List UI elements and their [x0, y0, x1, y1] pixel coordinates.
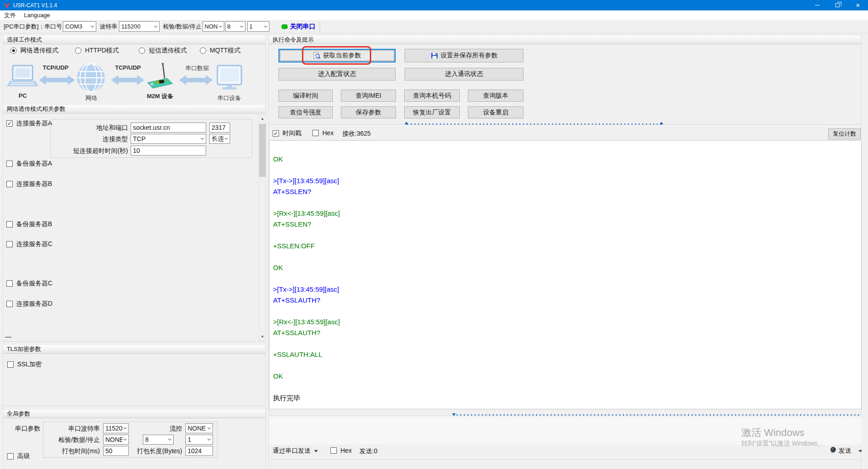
bottom-divider	[269, 460, 861, 460]
short-conn-timeout-label: 短连接超时时间(秒)	[39, 147, 128, 155]
checkbox-icon	[6, 280, 13, 287]
checkbox-icon	[6, 221, 13, 227]
databits-select[interactable]: 8	[225, 21, 245, 32]
flow-control-select[interactable]: NONE	[185, 423, 213, 433]
pc-serial-label: [PC串口参数]：串口号	[4, 23, 62, 31]
checkbox-icon	[7, 453, 14, 460]
checkbox-backup-server-c[interactable]: 备份服务器C	[6, 280, 52, 288]
query-version-button[interactable]: 查询版本	[468, 90, 524, 102]
restore-button[interactable]	[827, 0, 848, 10]
radio-mqtt-mode[interactable]: MQTT模式	[200, 47, 241, 55]
serial-databits-select[interactable]: 8	[143, 435, 174, 445]
pack-len-input[interactable]: 1024	[185, 446, 213, 456]
link-label: 串口数据	[175, 64, 220, 72]
checkbox-backup-server-a[interactable]: 备份服务器A	[6, 160, 52, 168]
radio-httpd-mode[interactable]: HTTPD模式	[75, 47, 119, 55]
checkbox-server-d[interactable]: 连接服务器D	[6, 300, 52, 308]
checkbox-icon	[312, 130, 319, 136]
checkbox-server-a[interactable]: ✓连接服务器A	[6, 119, 52, 128]
scrollbar-thumb[interactable]	[259, 124, 266, 177]
checkbox-icon	[6, 181, 13, 187]
conn-type-select[interactable]: TCP	[131, 134, 206, 144]
pack-len-label: 打包长度(Bytes)	[130, 447, 182, 455]
scroll-down-icon[interactable]: ▼	[259, 333, 266, 340]
chevron-down-icon	[208, 426, 211, 429]
query-number-button[interactable]: 查询本机号码	[404, 90, 460, 102]
serial-toolbar: [PC串口参数]：串口号 COM3 波特率 115200 检验/数据/停止 NO…	[0, 20, 868, 33]
checkbox-backup-server-b[interactable]: 备份服务器B	[6, 220, 52, 228]
params-scrollbar[interactable]: ▲ ▼	[259, 114, 266, 341]
activate-windows-watermark-sub: 转到“设置”以激活 Windows。	[741, 440, 824, 448]
log-area[interactable]: OK >[Tx->][13:45:59][asc] AT+SSLEN? >[Rx…	[269, 140, 862, 409]
radio-net-transparent-mode[interactable]: 网络透传模式	[10, 47, 58, 55]
arrow-icon	[111, 75, 144, 85]
checkbox-ssl[interactable]: SSL加密	[7, 360, 42, 369]
device-restart-button[interactable]: 设备重启	[468, 106, 524, 118]
keepalive-select[interactable]: 长连接	[209, 134, 230, 144]
factory-reset-button[interactable]: 恢复出厂设置	[404, 106, 460, 118]
section-divider	[3, 406, 265, 406]
server-address-input[interactable]: socket.usr.cn	[131, 123, 206, 133]
timeout-input[interactable]: 10	[131, 146, 206, 156]
trackbar-dots[interactable]	[457, 414, 862, 416]
checkbox-icon	[6, 241, 13, 247]
checkbox-server-b[interactable]: 连接服务器B	[6, 180, 52, 188]
send-button[interactable]: 发送	[839, 447, 862, 455]
menu-file[interactable]: 文件	[0, 10, 20, 20]
checkbox-hex-recv[interactable]: Hex	[312, 129, 334, 137]
checkbox-advanced[interactable]: 高级	[7, 452, 30, 460]
checkbox-icon: ✓	[6, 120, 13, 127]
save-params-button[interactable]: 保存参数	[341, 106, 396, 118]
log-line: >[Tx->][13:45:59][asc]	[273, 177, 858, 188]
chevron-down-icon	[225, 137, 228, 140]
trackbar-dots[interactable]	[407, 123, 662, 125]
menu-language[interactable]: Language	[20, 10, 54, 20]
enter-comm-button[interactable]: 进入通讯状态	[405, 68, 524, 81]
link-label: TCP/UDP	[33, 64, 78, 71]
chevron-down-icon	[201, 137, 204, 140]
log-line: AT+SSLEN?	[273, 188, 858, 199]
serial-stopbits-select[interactable]: 1	[185, 435, 213, 445]
net-params-header: 网络透传模式相关参数	[3, 104, 265, 114]
trackbar-thumb-icon[interactable]	[405, 122, 408, 124]
log-line	[273, 275, 858, 285]
m2m-device-icon	[147, 63, 173, 88]
serial-baud-select[interactable]: 115200	[103, 423, 129, 433]
com-port-select[interactable]: COM3	[63, 21, 96, 32]
stopbits-select[interactable]: 1	[247, 21, 269, 32]
node-label-serial-device: 串口设备	[207, 94, 252, 102]
radio-sms-mode[interactable]: 短信透传模式	[139, 47, 187, 55]
log-line	[273, 361, 858, 372]
checkbox-server-c[interactable]: 连接服务器C	[6, 240, 52, 248]
log-line: AT+SSLEN?	[273, 220, 858, 231]
set-save-params-button[interactable]: 设置并保存所有参数	[405, 49, 524, 62]
link-label: TCP/UDP	[105, 64, 151, 71]
window-titlebar: USR-CAT1 V1.1.4 ✕	[0, 0, 868, 10]
trackbar-thumb-icon[interactable]	[452, 413, 456, 416]
pack-time-input[interactable]: 50	[103, 446, 129, 456]
chevron-down-icon	[314, 450, 318, 452]
close-button[interactable]: ✕	[848, 0, 868, 10]
scroll-up-icon[interactable]: ▲	[259, 115, 266, 122]
addr-port-label: 地址和端口	[57, 124, 128, 132]
query-imei-button[interactable]: 查询IMEI	[341, 90, 396, 102]
received-count: 接收:3625	[342, 130, 371, 138]
query-signal-button[interactable]: 查信号强度	[278, 106, 333, 118]
baud-select[interactable]: 115200	[119, 21, 160, 32]
parity-select[interactable]: NONI	[203, 21, 224, 32]
trackbar-thumb-icon[interactable]	[660, 122, 663, 124]
node-label-pc: PC	[9, 92, 36, 99]
send-via-serial-dropdown[interactable]: 通过串口发送	[273, 447, 318, 455]
chevron-down-icon	[123, 426, 127, 429]
pack-time-label: 打包时间(ms)	[30, 447, 100, 455]
close-serial-port-button[interactable]: 关闭串口	[290, 23, 316, 31]
serial-parity-select[interactable]: NONE	[103, 435, 129, 445]
checkbox-hex-send[interactable]: Hex	[330, 447, 352, 454]
reset-counter-button[interactable]: 复位计数	[828, 128, 861, 139]
checkbox-timestamp[interactable]: ✓时间戳	[273, 129, 302, 137]
compile-time-button[interactable]: 编译时间	[278, 90, 333, 102]
enter-config-button[interactable]: 进入配置状态	[278, 68, 396, 81]
minimize-button[interactable]	[807, 0, 827, 10]
server-port-input[interactable]: 2317	[209, 123, 230, 133]
sent-count: 发送:0	[359, 447, 377, 455]
